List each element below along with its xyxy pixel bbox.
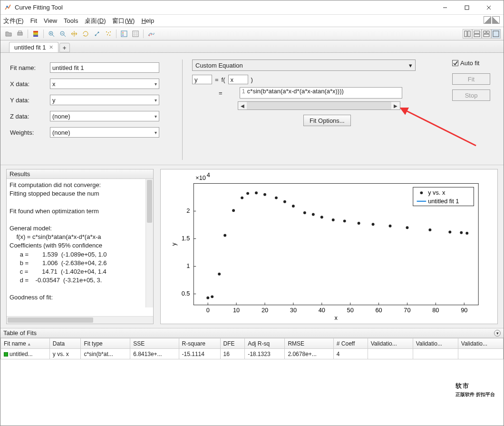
results-hscrollbar[interactable] — [7, 316, 153, 324]
layout-4-icon[interactable] — [491, 29, 501, 39]
fit-type-select[interactable]: Custom Equation▾ — [192, 59, 416, 71]
fit-tab[interactable]: untitled fit 1 ✕ — [9, 42, 58, 52]
fit-options-button[interactable]: Fit Options... — [303, 115, 351, 126]
svg-line-9 — [52, 35, 54, 37]
menu-view[interactable]: View — [44, 17, 57, 24]
legend-icon[interactable] — [119, 29, 129, 39]
maximize-button[interactable] — [456, 0, 478, 15]
brush-icon[interactable] — [103, 29, 114, 39]
x-var-input[interactable] — [228, 75, 248, 84]
zdata-select[interactable]: (none)▾ — [50, 111, 159, 121]
svg-rect-23 — [121, 31, 127, 37]
mid-panel: Results Fit computation did not converge… — [0, 165, 504, 328]
collapse-icon[interactable]: ▾ — [494, 330, 501, 337]
layout-1-icon[interactable] — [463, 29, 472, 39]
menu-help[interactable]: Help — [141, 17, 154, 24]
y-var-input[interactable] — [192, 75, 212, 84]
scroll-right-icon[interactable]: ▶ — [391, 102, 400, 109]
layout-3-icon[interactable] — [482, 29, 491, 39]
menu-fit[interactable]: Fit — [30, 17, 37, 24]
formula-scrollbar[interactable]: ◀ ▶ — [238, 101, 400, 110]
stop-button[interactable]: Stop — [452, 89, 490, 101]
svg-text:90: 90 — [461, 307, 467, 314]
rotate-icon[interactable] — [80, 29, 91, 39]
svg-point-22 — [109, 35, 110, 36]
check-icon — [453, 61, 458, 66]
svg-point-92 — [358, 222, 360, 225]
table-col-header[interactable]: Fit type — [81, 338, 130, 349]
table-col-header[interactable]: Adj R-sq — [245, 338, 285, 349]
table-col-header[interactable]: # Coeff — [333, 338, 368, 349]
svg-text:1: 1 — [186, 262, 190, 269]
open-icon[interactable] — [3, 29, 14, 39]
table-col-header[interactable]: RMSE — [285, 338, 333, 349]
svg-point-0 — [6, 6, 8, 8]
svg-point-86 — [292, 205, 295, 208]
zdata-label: Z data: — [10, 113, 47, 120]
chevron-down-icon: ▾ — [155, 130, 157, 135]
grid-icon[interactable] — [130, 29, 141, 39]
menu-window[interactable]: 窗口(W) — [112, 17, 135, 25]
table-col-header[interactable]: R-square — [179, 338, 220, 349]
pan-icon[interactable] — [69, 29, 79, 39]
formula-input[interactable]: 1c*sin(b*atan(a*x-d*(a*x-atan(a*x)))) — [240, 87, 402, 99]
results-vscrollbar[interactable] — [145, 179, 153, 307]
tab-close-icon[interactable]: ✕ — [49, 44, 53, 50]
datacursor-icon[interactable] — [92, 29, 102, 39]
table-col-header[interactable]: Validatio... — [458, 338, 503, 349]
table-col-header[interactable]: Validatio... — [413, 338, 458, 349]
table-of-fits-panel: Table of Fits ▾ Fit name▲DataFit typeSSE… — [0, 328, 504, 404]
print-icon[interactable] — [15, 29, 25, 39]
zoom-out-icon[interactable] — [58, 29, 68, 39]
residuals-icon[interactable] — [146, 29, 156, 39]
svg-point-98 — [460, 231, 463, 234]
xdata-select[interactable]: x▾ — [50, 79, 159, 89]
svg-line-17 — [96, 32, 98, 35]
svg-point-90 — [332, 218, 335, 221]
dock-icon-1[interactable] — [484, 16, 491, 24]
table-col-header[interactable]: Validatio... — [368, 338, 413, 349]
add-tab-button[interactable]: + — [59, 43, 70, 52]
svg-rect-41 — [493, 31, 499, 37]
autofit-label: Auto fit — [460, 59, 479, 67]
menu-tools[interactable]: Tools — [64, 17, 78, 24]
svg-point-85 — [283, 200, 286, 203]
menu-desktop[interactable]: 桌面(D) — [85, 17, 106, 25]
ydata-select[interactable]: y▾ — [50, 95, 159, 105]
svg-text:2: 2 — [186, 207, 190, 214]
menu-file[interactable]: 文件(F) — [3, 17, 24, 25]
scroll-left-icon[interactable]: ◀ — [238, 102, 247, 109]
table-col-header[interactable]: SSE — [130, 338, 179, 349]
colorbar-icon[interactable] — [30, 29, 41, 39]
autofit-checkbox[interactable]: Auto fit — [452, 59, 498, 67]
chevron-down-icon: ▾ — [409, 62, 412, 69]
table-col-header[interactable]: Fit name▲ — [1, 338, 50, 349]
svg-point-75 — [206, 297, 209, 299]
svg-point-20 — [110, 31, 111, 32]
close-button[interactable] — [478, 0, 500, 15]
svg-point-18 — [106, 31, 107, 32]
svg-point-78 — [223, 234, 226, 237]
svg-point-87 — [303, 211, 306, 214]
fitname-input[interactable] — [50, 62, 159, 73]
table-row[interactable]: untitled...y vs. xc*sin(b*at...6.8413e+.… — [1, 349, 504, 359]
svg-line-13 — [64, 35, 66, 37]
table-col-header[interactable]: DFE — [220, 338, 245, 349]
table-col-header[interactable]: Data — [49, 338, 81, 349]
layout-2-icon[interactable] — [472, 29, 482, 39]
svg-rect-36 — [474, 31, 480, 33]
svg-point-84 — [275, 197, 278, 199]
results-body[interactable]: Fit computation did not converge: Fittin… — [7, 179, 153, 316]
fit-button[interactable]: Fit — [452, 73, 490, 85]
svg-text:80: 80 — [432, 307, 439, 314]
svg-rect-40 — [484, 34, 489, 37]
svg-text:y: y — [170, 242, 177, 246]
svg-point-83 — [263, 193, 266, 196]
weights-select[interactable]: (none)▾ — [50, 127, 159, 138]
zoom-in-icon[interactable] — [46, 29, 57, 39]
plot-area[interactable]: ×1040.511.520102030405060708090xyy vs. x… — [160, 169, 498, 324]
svg-rect-6 — [19, 31, 21, 32]
minimize-button[interactable] — [434, 0, 456, 15]
svg-text:x: x — [335, 314, 338, 321]
dock-icon-2[interactable] — [492, 16, 500, 24]
